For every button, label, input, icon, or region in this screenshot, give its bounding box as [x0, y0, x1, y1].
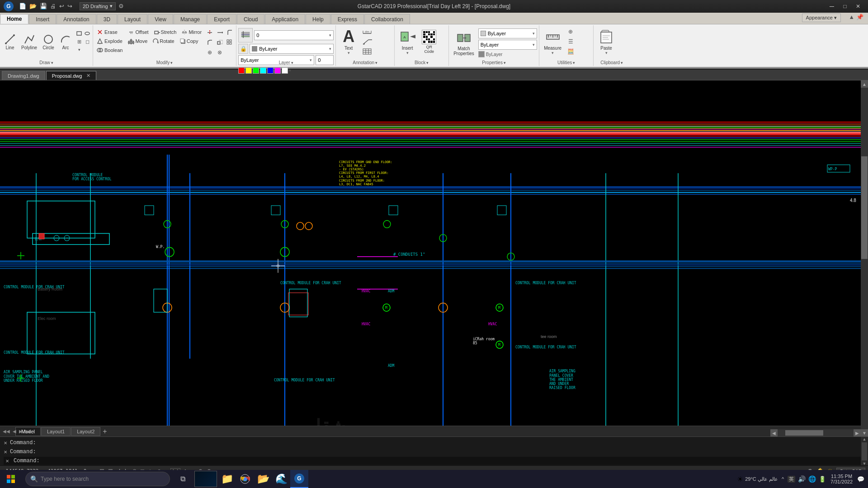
volume-icon[interactable]: 🔊: [798, 475, 806, 483]
vertical-scrollbar[interactable]: ▲ ▼: [861, 80, 868, 436]
close-button[interactable]: ✕: [852, 2, 864, 11]
drawing-canvas[interactable]: CONTROL MODULE FOR ACCESS CONTROL Batter…: [0, 80, 861, 436]
modify-scale-button[interactable]: [215, 38, 224, 47]
clipboard-paste-button[interactable]: Paste ▾: [595, 27, 617, 57]
draw-polyline-button[interactable]: Polyline: [19, 32, 39, 52]
modify-mirror-button[interactable]: Mirror: [179, 28, 203, 36]
annotation-group-label[interactable]: Annotation▾: [336, 60, 394, 65]
layout-nav-last[interactable]: ▶▶: [24, 428, 33, 435]
modify-move-button[interactable]: Move: [126, 37, 149, 45]
scroll-left-button[interactable]: ◀: [770, 429, 778, 436]
ribbon-pin[interactable]: 📌: [856, 14, 863, 20]
taskbar-app-edge[interactable]: 🌊: [272, 470, 290, 488]
layout-nav-first[interactable]: ◀◀: [2, 428, 11, 435]
input-language[interactable]: 英: [788, 476, 795, 483]
taskbar-app-files[interactable]: 📂: [254, 470, 272, 488]
color-more-button[interactable]: ▾: [289, 68, 291, 73]
color-property-dropdown[interactable]: ByLayer ▾: [478, 28, 537, 38]
taskbar-app-chrome[interactable]: [236, 470, 254, 488]
utilities-measure-button[interactable]: Measure ▾: [541, 27, 564, 57]
modify-extend-button[interactable]: [215, 28, 224, 37]
modify-chamfer-button[interactable]: [205, 38, 214, 47]
annotation-text-button[interactable]: A Text ▾: [338, 27, 359, 57]
tab-cloud[interactable]: Cloud: [237, 14, 264, 24]
layer-manager-button[interactable]: [238, 28, 253, 42]
start-button[interactable]: [0, 470, 22, 488]
notification-center[interactable]: 💬: [857, 476, 864, 483]
draw-rect-button[interactable]: [75, 30, 83, 37]
qa-save[interactable]: 💾: [39, 3, 48, 9]
utilities-id-button[interactable]: ⊕: [566, 27, 575, 36]
layer-dropdown[interactable]: 0▾: [254, 30, 334, 40]
scrollbar-thumb-h[interactable]: [785, 430, 823, 436]
taskbar-app-explorer[interactable]: 📁: [218, 470, 236, 488]
minimize-button[interactable]: ─: [826, 2, 838, 11]
tab-manage[interactable]: Manage: [174, 14, 207, 24]
network-icon[interactable]: 🌐: [808, 475, 816, 483]
restore-button[interactable]: □: [839, 2, 851, 11]
draw-line-button[interactable]: Line: [2, 32, 18, 52]
horizontal-scrollbar[interactable]: ◀ ▶: [770, 429, 861, 436]
doc-tab-drawing1[interactable]: Drawing1.dwg: [2, 71, 45, 80]
modify-stretch-button[interactable]: Stretch: [152, 28, 179, 36]
draw-arc-button[interactable]: Arc: [57, 32, 74, 52]
workspace-selector[interactable]: 2D Drafting ▾: [80, 2, 116, 10]
modify-boolean-button[interactable]: Boolean: [95, 46, 124, 54]
ribbon-collapse[interactable]: ▲: [849, 14, 854, 20]
tab-view[interactable]: View: [148, 14, 173, 24]
tab-help[interactable]: Help: [306, 14, 330, 24]
draw-ellipse-button[interactable]: [84, 30, 91, 37]
taskbar-app-gstarcad[interactable]: G: [290, 470, 308, 488]
task-view-button[interactable]: ⧉: [174, 470, 192, 488]
draw-circle-button[interactable]: Circle: [40, 32, 57, 52]
match-properties-button[interactable]: Match Properties: [451, 28, 477, 58]
modify-break-button[interactable]: ⊗: [215, 48, 224, 57]
layout-tab-layout1[interactable]: Layout1: [41, 427, 71, 436]
properties-group-label[interactable]: Properties▾: [449, 60, 539, 65]
annotation-dim-button[interactable]: dim: [361, 27, 373, 36]
command-scrollbar[interactable]: ▲ ▼: [861, 437, 868, 466]
layout-nav-prev[interactable]: ◀: [12, 428, 17, 435]
block-group-label[interactable]: Block▾: [395, 60, 448, 65]
tab-home[interactable]: Home: [0, 14, 28, 24]
weather-widget[interactable]: ☀ 29°C عالم عالي: [737, 475, 778, 483]
tab-application[interactable]: Application: [265, 14, 305, 24]
modify-trim-button[interactable]: [205, 28, 214, 37]
qa-new[interactable]: 📄: [18, 3, 27, 9]
scrollbar-down-button[interactable]: ▼: [861, 429, 868, 436]
qa-print[interactable]: 🖨: [49, 3, 57, 9]
scrollbar-track-h[interactable]: [778, 430, 854, 436]
layout-add-button[interactable]: +: [103, 428, 107, 435]
layer-color-dropdown[interactable]: ByLayer ▾: [250, 44, 334, 54]
cmd-x-2[interactable]: ✕: [4, 450, 7, 455]
scroll-right-button[interactable]: ▶: [854, 429, 861, 436]
color-swatch-yellow[interactable]: [245, 67, 252, 74]
tab-express[interactable]: Express: [331, 14, 364, 24]
layer-group-label[interactable]: Layer▾: [236, 60, 335, 65]
block-insert-button[interactable]: A Insert ▾: [396, 27, 418, 57]
scrollbar-up-button[interactable]: ▲: [861, 80, 868, 88]
command-line-3[interactable]: ✕ Command:: [4, 457, 864, 465]
block-qrcode-button[interactable]: QR Code: [420, 28, 438, 56]
tab-collaboration[interactable]: Collaboration: [364, 14, 410, 24]
scrollbar-thumb-v[interactable]: [861, 156, 868, 259]
tab-insert[interactable]: Insert: [29, 14, 56, 24]
system-clock[interactable]: 11:35 PM 7/31/2022: [829, 474, 854, 484]
cmd-x-1[interactable]: ✕: [4, 441, 7, 446]
layout-nav-next[interactable]: ▶: [18, 428, 24, 435]
modify-join-button[interactable]: ⊕: [205, 48, 214, 57]
color-swatch-blue[interactable]: [267, 67, 274, 74]
modify-explode-button[interactable]: Explode: [95, 37, 124, 45]
qa-undo[interactable]: ↩: [58, 3, 65, 9]
color-swatch-magenta[interactable]: [274, 67, 281, 74]
taskbar-search[interactable]: 🔍 Type here to search: [25, 472, 170, 486]
modify-rotate-button[interactable]: Rotate: [151, 37, 176, 45]
tab-annotation[interactable]: Annotation: [57, 14, 96, 24]
utilities-group-label[interactable]: Utilities▾: [539, 60, 593, 65]
workspace-settings[interactable]: ⚙: [118, 3, 124, 9]
tab-layout[interactable]: Layout: [118, 14, 147, 24]
color-swatch-red[interactable]: [238, 67, 245, 74]
qa-open[interactable]: 📂: [28, 3, 38, 9]
modify-group-label[interactable]: Modify▾: [93, 60, 236, 65]
modify-array-button[interactable]: [225, 38, 234, 47]
